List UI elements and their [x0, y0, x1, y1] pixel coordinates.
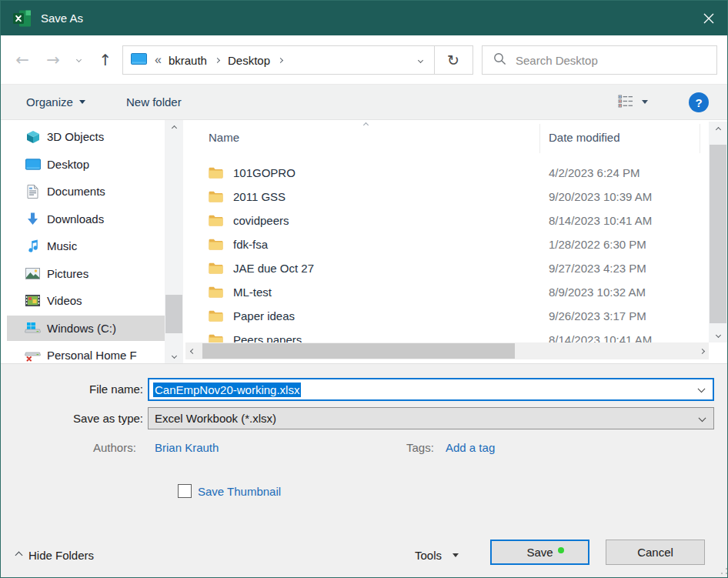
file-row[interactable]: fdk-fsa 1/28/2022 6:30 PM [185, 232, 709, 256]
file-row[interactable]: ML-test 8/9/2023 10:32 AM [185, 280, 709, 304]
change-view-button[interactable] [618, 85, 648, 119]
forward-button[interactable]: → [38, 35, 68, 84]
save-as-dialog: Save As ← → ↑ « bkrauth Desktop [0, 0, 728, 578]
desktop-icon [24, 159, 42, 170]
file-list: Name Date modified 101GOPRO 4/2/2023 6:2… [185, 120, 728, 363]
recent-locations-button[interactable] [68, 35, 88, 84]
save-button[interactable]: Save [490, 540, 589, 565]
add-a-tag-link[interactable]: Add a tag [446, 441, 495, 454]
column-header-date-modified[interactable]: Date modified [549, 131, 620, 144]
file-row[interactable]: covidpeers 8/14/2023 10:41 AM [185, 209, 709, 232]
hide-folders-button[interactable]: Hide Folders [16, 543, 94, 568]
tools-button[interactable]: Tools [415, 543, 459, 568]
scroll-down-button[interactable] [165, 348, 183, 363]
new-folder-button[interactable]: New folder [126, 85, 182, 119]
file-date-modified: 9/20/2023 10:39 AM [549, 190, 652, 203]
file-row[interactable]: JAE due Oct 27 9/27/2023 4:23 PM [185, 256, 709, 280]
close-button[interactable] [690, 1, 727, 35]
chevron-up-icon [171, 125, 176, 130]
close-icon [703, 13, 714, 24]
cancel-button[interactable]: Cancel [606, 540, 705, 565]
file-date-modified: 9/26/2023 3:17 PM [549, 309, 646, 322]
file-row[interactable]: 101GOPRO 4/2/2023 6:24 PM [185, 161, 709, 185]
refresh-icon: ↻ [447, 52, 459, 68]
search-input[interactable] [516, 54, 693, 67]
folder-icon [209, 191, 223, 205]
scroll-up-button[interactable] [709, 122, 727, 137]
refresh-button[interactable]: ↻ [434, 45, 473, 75]
navigation-bar: ← → ↑ « bkrauth Desktop ↻ [1, 35, 727, 84]
scrollbar-thumb[interactable] [202, 343, 515, 359]
cancel-button-label: Cancel [637, 546, 673, 559]
pictures-icon [24, 268, 42, 279]
save-as-type-select[interactable]: Excel Workbook (*.xlsx) [148, 407, 714, 429]
file-name-value[interactable]: CanEmpNov20-working.xlsx [153, 383, 301, 397]
column-header-name[interactable]: Name [209, 131, 239, 144]
file-rows: 101GOPRO 4/2/2023 6:24 PM 2011 GSS 9/20/… [185, 161, 709, 352]
desktop-location-icon [131, 53, 147, 67]
sidebar-item-personal-home[interactable]: Personal Home F [1, 342, 165, 363]
horizontal-scrollbar[interactable] [185, 342, 709, 359]
scroll-down-button[interactable] [709, 327, 727, 342]
column-divider[interactable] [539, 124, 540, 153]
save-thumbnail-checkbox[interactable] [178, 484, 192, 498]
click-indicator-dot [558, 547, 564, 553]
help-button[interactable]: ? [689, 92, 709, 112]
file-date-modified: 4/2/2023 6:24 PM [549, 166, 640, 179]
folder-icon [209, 167, 223, 181]
scrollbar-thumb[interactable] [165, 295, 182, 333]
file-date-modified: 1/28/2022 6:30 PM [549, 238, 646, 251]
file-browser: 3D Objects Desktop Documents Downloads [1, 120, 728, 363]
breadcrumb-item-bkrauth[interactable]: bkrauth [169, 54, 207, 67]
address-dropdown-button[interactable] [406, 46, 434, 74]
file-name: 2011 GSS [233, 190, 286, 203]
sidebar-item-videos[interactable]: Videos [1, 287, 165, 315]
folder-icon [209, 262, 223, 276]
chevron-down-icon [715, 332, 720, 337]
new-folder-label: New folder [126, 95, 182, 109]
organize-label: Organize [26, 95, 73, 109]
save-thumbnail-label[interactable]: Save Thumbnail [198, 485, 281, 498]
sidebar-item-downloads[interactable]: Downloads [1, 205, 165, 233]
sidebar-item-pictures[interactable]: Pictures [1, 260, 165, 288]
scrollbar-thumb[interactable] [710, 145, 726, 323]
organize-button[interactable]: Organize [26, 85, 85, 119]
up-button[interactable]: ↑ [92, 35, 119, 84]
sidebar-item-label: Videos [47, 294, 82, 307]
sidebar-item-windows-c[interactable]: Windows (C:) [1, 315, 165, 342]
tools-label: Tools [415, 549, 442, 562]
sidebar-item-3d-objects[interactable]: 3D Objects [1, 123, 165, 151]
list-header: Name Date modified [185, 120, 709, 155]
chevron-right-icon [699, 348, 704, 353]
breadcrumb-item-desktop[interactable]: Desktop [228, 54, 270, 67]
sidebar-item-music[interactable]: Music [1, 232, 165, 260]
file-row[interactable]: 2011 GSS 9/20/2023 10:39 AM [185, 185, 709, 209]
scroll-up-button[interactable] [165, 120, 183, 135]
sidebar-item-desktop[interactable]: Desktop [1, 151, 165, 179]
sidebar-item-documents[interactable]: Documents [1, 178, 165, 205]
dropdown-triangle-icon [642, 100, 648, 104]
save-as-type-label: Save as type: [1, 412, 143, 425]
sidebar-item-label: Windows (C:) [47, 322, 116, 335]
sidebar-item-label: Documents [47, 185, 105, 198]
scroll-right-button[interactable] [695, 342, 709, 359]
breadcrumb-overflow-button[interactable]: « [155, 53, 162, 67]
dropdown-triangle-icon [452, 553, 459, 557]
forward-icon: → [46, 51, 60, 69]
file-name-input[interactable]: CanEmpNov20-working.xlsx [148, 378, 714, 401]
chevron-down-icon [417, 57, 422, 62]
chevron-down-icon[interactable] [698, 385, 706, 393]
back-button[interactable]: ← [7, 35, 38, 84]
file-date-modified: 8/9/2023 10:32 AM [549, 286, 646, 299]
file-row[interactable]: Paper ideas 9/26/2023 3:17 PM [185, 304, 709, 328]
authors-value-link[interactable]: Brian Krauth [155, 441, 219, 454]
breadcrumb[interactable]: « bkrauth Desktop [122, 45, 435, 75]
resize-grip[interactable] [721, 573, 723, 574]
file-name: JAE due Oct 27 [233, 262, 314, 275]
column-divider[interactable] [700, 124, 700, 153]
scroll-left-button[interactable] [185, 342, 199, 359]
list-scrollbar[interactable] [709, 122, 727, 342]
chevron-down-icon [699, 414, 706, 422]
tags-label: Tags: [406, 441, 434, 454]
sidebar-scrollbar[interactable] [165, 120, 183, 363]
